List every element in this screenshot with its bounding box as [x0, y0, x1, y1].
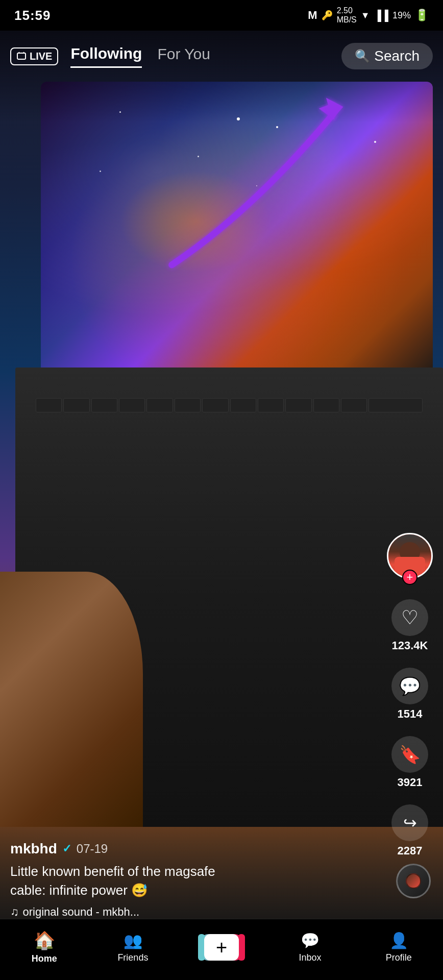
bookmark-count: 3921	[398, 776, 423, 789]
creator-name-row: mkbhd ✓ 07-19	[10, 841, 372, 857]
key-icon: 🔑	[322, 10, 333, 21]
search-label: Search	[374, 48, 420, 64]
nav-inbox[interactable]: 💬 Inbox	[266, 932, 355, 963]
sound-disc[interactable]	[396, 864, 431, 898]
nav-home[interactable]: 🏠 Home	[0, 930, 89, 964]
laptop-screen	[41, 82, 433, 378]
video-background	[0, 0, 443, 929]
bookmark-button[interactable]: 🔖 3921	[391, 736, 428, 789]
share-button[interactable]: ↪ 2287	[391, 804, 428, 857]
comment-button[interactable]: 💬 1514	[391, 668, 428, 721]
heart-icon: ♡	[401, 608, 419, 627]
nav-friends[interactable]: 👥 Friends	[89, 932, 178, 963]
nav-foryou[interactable]: For You	[157, 45, 210, 67]
search-icon: 🔍	[355, 49, 370, 63]
video-date: 07-19	[77, 842, 108, 856]
email-icon: M	[308, 9, 317, 22]
svg-rect-0	[17, 53, 26, 59]
music-note-icon: ♫	[10, 905, 19, 919]
inbox-label: Inbox	[299, 952, 322, 963]
plus-inner: +	[204, 934, 239, 961]
action-sidebar: + ♡ 123.4K 💬 1514 🔖 3921 ↪ 2287	[387, 533, 433, 857]
inbox-icon: 💬	[301, 932, 319, 949]
hand-area	[0, 572, 143, 827]
status-time: 15:59	[14, 8, 51, 23]
nav-following[interactable]: Following	[70, 45, 142, 68]
creator-username[interactable]: mkbhd	[10, 841, 57, 857]
like-button[interactable]: ♡ 123.4K	[391, 599, 428, 652]
sound-disc-inner	[406, 873, 421, 889]
video-sound[interactable]: ♫ original sound - mkbh...	[10, 905, 372, 919]
comment-icon: 💬	[399, 677, 421, 695]
speed-indicator: 2.50MB/S	[337, 6, 357, 24]
avatar-container[interactable]: +	[387, 533, 433, 579]
live-tv-icon	[16, 51, 27, 61]
status-icons: M 🔑 2.50MB/S ▼ ▐▐ 19% 🔋	[308, 6, 429, 24]
sound-text: original sound - mkbh...	[23, 905, 140, 919]
battery-icon: 🔋	[415, 9, 429, 22]
video-info: mkbhd ✓ 07-19 Little known benefit of th…	[10, 841, 372, 919]
nav-search[interactable]: 🔍 Search	[341, 43, 433, 69]
nav-profile[interactable]: 👤 Profile	[354, 932, 443, 963]
live-badge[interactable]: LIVE	[10, 47, 58, 65]
share-icon: ↪	[403, 815, 417, 831]
bottom-nav: 🏠 Home 👥 Friends + 💬 Inbox 👤 Profile	[0, 919, 443, 980]
battery-indicator: 19%	[392, 10, 411, 21]
share-count: 2287	[398, 844, 423, 857]
comment-count: 1514	[398, 707, 423, 721]
signal-icon: ▐▐	[374, 10, 388, 21]
friends-label: Friends	[117, 952, 148, 963]
create-button[interactable]: +	[201, 934, 242, 961]
verified-badge: ✓	[62, 842, 71, 855]
like-count: 123.4K	[392, 639, 428, 652]
plus-icon: +	[216, 938, 227, 957]
home-label: Home	[32, 953, 57, 964]
nav-create[interactable]: +	[177, 934, 266, 961]
live-label: LIVE	[30, 51, 52, 62]
follow-plus-button[interactable]: +	[402, 570, 417, 585]
bookmark-icon: 🔖	[399, 746, 421, 763]
profile-label: Profile	[386, 952, 412, 963]
video-caption: Little known benefit of the magsafecable…	[10, 862, 372, 899]
home-icon: 🏠	[34, 930, 55, 950]
profile-icon: 👤	[389, 932, 408, 949]
wifi-icon: ▼	[361, 10, 370, 21]
caption-text: Little known benefit of the magsafecable…	[10, 864, 215, 897]
status-bar: 15:59 M 🔑 2.50MB/S ▼ ▐▐ 19% 🔋	[0, 0, 443, 31]
friends-icon: 👥	[124, 932, 142, 949]
top-nav: LIVE Following For You 🔍 Search	[0, 31, 443, 82]
